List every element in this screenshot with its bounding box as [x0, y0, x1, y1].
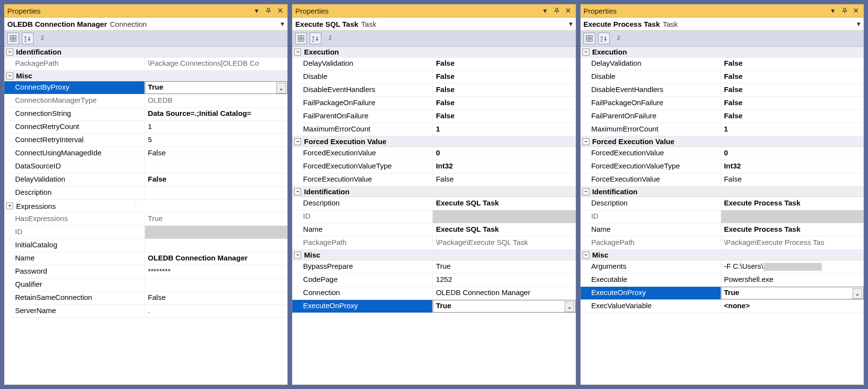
property-value[interactable]: 1 — [145, 121, 287, 133]
property-row[interactable]: ConnectByProxyTrue⌄ — [4, 81, 287, 94]
property-row[interactable]: NameExecute SQL Task — [292, 223, 575, 237]
value-dropdown-icon[interactable]: ⌄ — [565, 301, 574, 312]
chevron-down-icon[interactable]: ▾ — [281, 19, 284, 28]
property-value[interactable] — [721, 210, 864, 223]
property-value[interactable]: False — [433, 110, 575, 123]
property-value[interactable]: True — [433, 260, 575, 273]
property-row[interactable]: ForcedExecutionValueTypeInt32 — [292, 160, 575, 173]
property-row[interactable]: Qualifier — [4, 278, 287, 292]
property-row[interactable]: ServerName. — [4, 305, 287, 318]
expand-toggle-icon[interactable]: + — [6, 203, 13, 209]
property-row[interactable]: CodePage1252 — [292, 274, 575, 287]
property-value[interactable]: ******** — [145, 265, 287, 278]
alphabetical-icon[interactable]: AZ — [310, 33, 321, 44]
collapse-toggle-icon[interactable]: − — [294, 188, 301, 195]
property-row[interactable]: HasExpressionsTrue — [4, 213, 287, 226]
property-row[interactable]: FailPackageOnFailureFalse — [581, 97, 864, 110]
property-value[interactable] — [136, 200, 287, 212]
property-row[interactable]: ConnectRetryInterval5 — [4, 134, 287, 147]
property-row[interactable]: InitialCatalog — [4, 239, 287, 252]
property-row[interactable]: PackagePath\Package\Execute Process Tas — [581, 237, 864, 250]
property-value[interactable]: False — [721, 110, 864, 123]
categorized-icon[interactable] — [584, 33, 595, 44]
property-row[interactable]: ForceExecutionValueFalse — [581, 173, 864, 186]
property-row[interactable]: DescriptionExecute Process Task — [581, 197, 864, 210]
chevron-down-icon[interactable]: ▾ — [569, 19, 573, 28]
window-menu-icon[interactable]: ▾ — [829, 6, 837, 15]
property-row[interactable]: BypassPrepareTrue — [292, 260, 575, 274]
close-icon[interactable]: ✕ — [564, 6, 573, 15]
property-value[interactable]: OLEDB Connection Manager — [145, 252, 287, 265]
property-row[interactable]: ConnectRetryCount1 — [4, 121, 287, 134]
collapse-toggle-icon[interactable]: − — [294, 138, 301, 145]
property-value[interactable]: 1252 — [433, 274, 575, 286]
property-value[interactable]: Execute SQL Task — [433, 197, 575, 210]
property-row[interactable]: ExecValueVariable<none> — [581, 300, 864, 313]
property-row[interactable]: ID — [4, 226, 287, 239]
property-value[interactable]: False — [721, 84, 864, 96]
property-row[interactable]: PackagePath\Package.Connections[OLEDB Co — [4, 57, 287, 71]
property-value[interactable]: True⌄ — [145, 81, 287, 94]
property-value[interactable]: False — [145, 147, 287, 160]
property-value[interactable]: \Package\Execute Process Tas — [721, 237, 864, 249]
property-value[interactable]: Data Source=.;Initial Catalog= — [145, 108, 287, 120]
property-value[interactable]: <none> — [721, 300, 864, 313]
window-menu-icon[interactable]: ▾ — [252, 6, 261, 15]
category-header[interactable]: −Execution — [292, 47, 575, 57]
property-value[interactable]: \Package.Connections[OLEDB Co — [145, 57, 287, 70]
property-value[interactable]: False — [433, 57, 575, 70]
property-value[interactable]: True⌄ — [433, 300, 575, 313]
property-value[interactable]: Execute Process Task — [721, 197, 864, 210]
property-row[interactable]: ConnectionStringData Source=.;Initial Ca… — [4, 108, 287, 121]
property-value[interactable]: False — [145, 173, 287, 186]
pin-icon[interactable] — [840, 6, 849, 15]
property-pages-icon[interactable] — [36, 33, 47, 44]
property-value[interactable]: False — [721, 173, 864, 186]
close-icon[interactable]: ✕ — [276, 6, 284, 15]
property-row[interactable]: ConnectionManagerTypeOLEDB — [4, 94, 287, 108]
category-header[interactable]: −Misc — [581, 250, 864, 260]
category-header[interactable]: −Execution — [581, 47, 864, 57]
property-row[interactable]: ForceExecutionValueFalse — [292, 173, 575, 186]
property-row[interactable]: ID — [292, 210, 575, 223]
property-row[interactable]: DelayValidationFalse — [4, 173, 287, 186]
property-value[interactable]: 5 — [145, 134, 287, 147]
property-value[interactable]: False — [145, 292, 287, 304]
property-value[interactable]: 0 — [721, 147, 864, 160]
property-row[interactable]: NameExecute Process Task — [581, 223, 864, 237]
property-row[interactable]: ExecuteOnProxyTrue⌄ — [581, 287, 864, 300]
object-selector[interactable]: Execute Process TaskTask▾ — [581, 18, 864, 31]
value-dropdown-icon[interactable]: ⌄ — [852, 288, 862, 299]
property-value[interactable]: False — [721, 97, 864, 110]
alphabetical-icon[interactable]: AZ — [22, 33, 34, 44]
collapse-toggle-icon[interactable]: − — [583, 252, 589, 259]
property-value[interactable] — [145, 278, 287, 291]
property-value[interactable]: False — [433, 71, 575, 83]
property-value[interactable]: False — [433, 173, 575, 186]
close-icon[interactable]: ✕ — [852, 6, 861, 15]
category-header[interactable]: −Misc — [292, 250, 575, 260]
property-value[interactable]: 1 — [433, 123, 575, 136]
property-row[interactable]: DescriptionExecute SQL Task — [292, 197, 575, 210]
category-header[interactable]: −Forced Execution Value — [292, 136, 575, 147]
property-value[interactable]: False — [721, 57, 864, 70]
collapse-toggle-icon[interactable]: − — [583, 188, 589, 195]
property-value[interactable]: -F C:\Users\ — [721, 260, 864, 273]
property-row[interactable]: +Expressions — [4, 200, 287, 213]
window-menu-icon[interactable]: ▾ — [541, 6, 549, 15]
property-row[interactable]: DisableFalse — [292, 71, 575, 84]
property-value[interactable]: True⌄ — [721, 287, 864, 299]
property-pages-icon[interactable] — [613, 33, 623, 44]
property-row[interactable]: DisableEventHandlersFalse — [581, 84, 864, 97]
property-row[interactable]: FailParentOnFailureFalse — [581, 110, 864, 123]
property-row[interactable]: ForcedExecutionValue0 — [581, 147, 864, 160]
property-value[interactable]: False — [433, 84, 575, 96]
property-row[interactable]: DataSourceID — [4, 160, 287, 173]
category-header[interactable]: −Forced Execution Value — [581, 136, 864, 147]
object-selector[interactable]: OLEDB Connection ManagerConnection▾ — [4, 18, 287, 31]
property-value[interactable] — [145, 226, 287, 239]
property-value[interactable] — [433, 210, 575, 223]
property-value[interactable]: Execute SQL Task — [433, 223, 575, 236]
property-row[interactable]: Password******** — [4, 265, 287, 278]
pin-icon[interactable] — [552, 6, 561, 15]
